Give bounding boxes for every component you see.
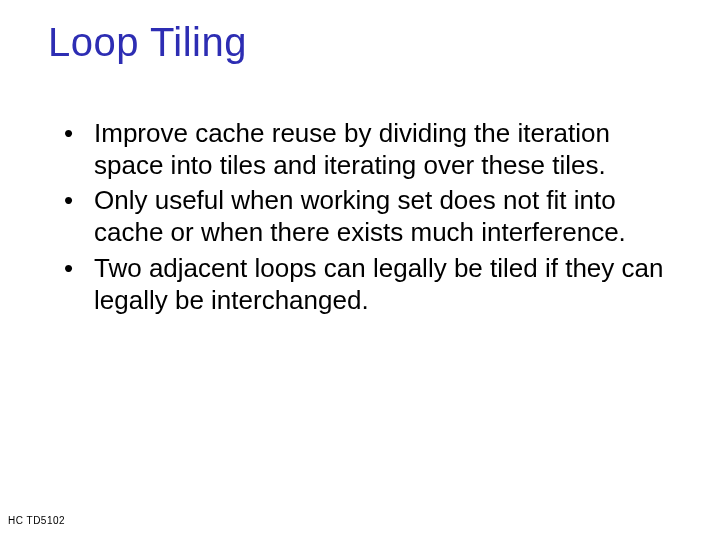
bullet-item: Improve cache reuse by dividing the iter…	[60, 118, 680, 181]
bullet-list: Improve cache reuse by dividing the iter…	[60, 118, 680, 316]
bullet-item: Two adjacent loops can legally be tiled …	[60, 253, 680, 316]
slide: Loop Tiling Improve cache reuse by divid…	[0, 0, 720, 540]
slide-footer: HC TD5102	[8, 515, 65, 526]
slide-title: Loop Tiling	[48, 20, 247, 65]
bullet-item: Only useful when working set does not fi…	[60, 185, 680, 248]
slide-body: Improve cache reuse by dividing the iter…	[60, 118, 680, 320]
